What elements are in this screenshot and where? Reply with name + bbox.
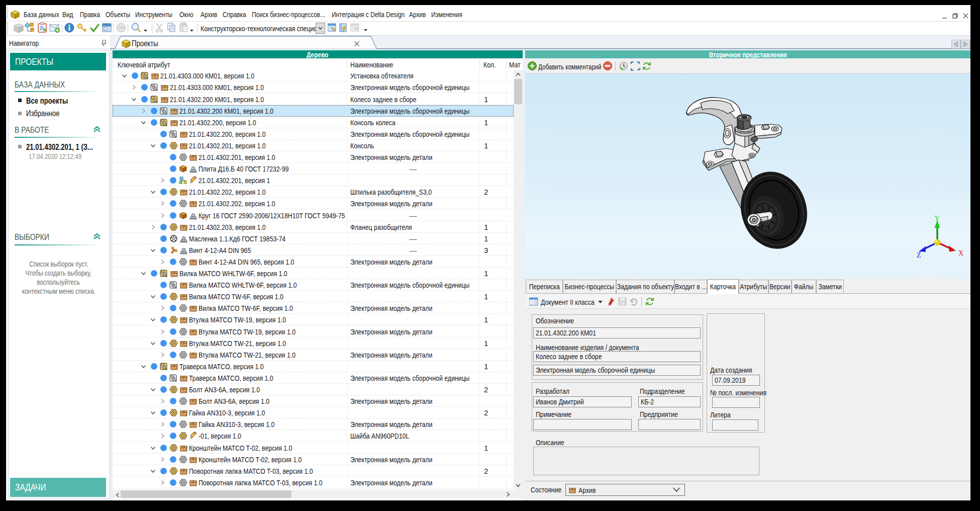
svg-text:Z: Z (917, 251, 921, 258)
svg-text:X: X (958, 249, 963, 257)
svg-text:Y: Y (935, 215, 940, 222)
